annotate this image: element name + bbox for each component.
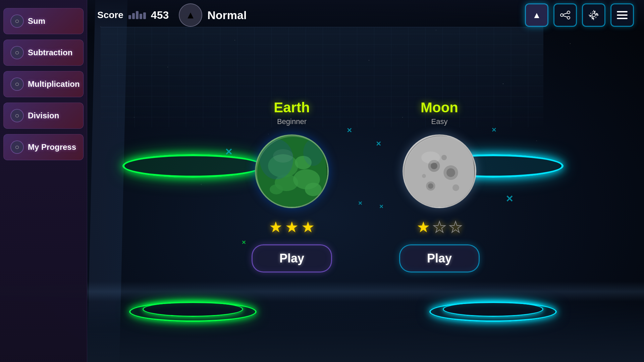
share-button[interactable] <box>553 3 577 27</box>
moon-texture <box>404 136 476 208</box>
moon-star-1: ★ <box>417 218 430 236</box>
share-icon <box>560 10 571 20</box>
earth-card: ✕ ✕ ✕ ✕ Earth Beginner <box>252 100 332 273</box>
header-rocket-icon: ▲ <box>532 10 541 20</box>
sidebar-item-label-subtraction: Subtraction <box>28 48 72 57</box>
subtraction-icon: ○ <box>10 46 24 59</box>
moon-star-2: ★ <box>433 218 446 236</box>
svg-point-6 <box>590 12 597 18</box>
moon-card: ✕ ✕ ✕ ✕ Moon Easy <box>399 100 480 273</box>
earth-name: Earth <box>274 100 310 116</box>
svg-point-1 <box>560 14 563 16</box>
menu-button[interactable] <box>610 3 634 27</box>
moon-globe <box>402 134 476 208</box>
svg-rect-7 <box>617 11 628 12</box>
sidebar-item-label-division: Division <box>28 111 59 120</box>
score-section: Score 453 <box>97 9 169 21</box>
progress-icon: ○ <box>10 140 24 154</box>
sidebar-item-division[interactable]: ○ Division <box>3 103 84 129</box>
settings-button[interactable] <box>582 3 605 27</box>
sidebar: ○ Sum ○ Subtraction ○ Multiplication ○ D… <box>0 0 87 362</box>
x-mark-moon-2: ✕ <box>491 126 496 134</box>
x-mark-earth-4: ✕ <box>241 239 246 246</box>
x-mark-moon-1: ✕ <box>376 140 381 148</box>
score-bar-2 <box>132 13 135 19</box>
score-bar-1 <box>128 15 131 19</box>
score-value: 453 <box>151 9 169 21</box>
menu-icon <box>617 10 628 20</box>
svg-point-32 <box>405 136 476 208</box>
mode-label: Normal <box>207 9 247 22</box>
earth-star-1: ★ <box>269 218 282 236</box>
svg-point-20 <box>273 149 293 163</box>
earth-stars: ★ ★ ★ <box>269 218 315 236</box>
x-mark-moon-4: ✕ <box>379 203 383 210</box>
earth-texture <box>256 136 329 208</box>
mode-section: ▲ Normal <box>179 3 525 27</box>
earth-star-2: ★ <box>285 218 299 236</box>
gear-icon <box>588 9 599 21</box>
svg-line-4 <box>563 16 567 17</box>
svg-point-0 <box>567 11 570 14</box>
sidebar-item-sum[interactable]: ○ Sum <box>3 8 84 34</box>
earth-play-button[interactable]: Play <box>252 244 332 273</box>
moon-stars: ★ ★ ★ <box>417 218 462 236</box>
earth-difficulty: Beginner <box>277 117 307 126</box>
sidebar-item-multiplication[interactable]: ○ Multiplication <box>3 71 84 97</box>
moon-star-3: ★ <box>449 218 462 236</box>
division-icon: ○ <box>10 109 24 122</box>
moon-play-button[interactable]: Play <box>399 244 480 273</box>
earth-globe <box>255 134 329 208</box>
svg-rect-8 <box>617 14 628 16</box>
svg-rect-9 <box>617 18 628 19</box>
sum-icon: ○ <box>10 14 24 28</box>
x-mark-earth-2: ✕ <box>346 126 352 134</box>
earth-star-3: ★ <box>301 218 315 236</box>
x-mark-moon-3: ✕ <box>505 193 513 204</box>
multiplication-icon: ○ <box>10 77 24 91</box>
svg-line-3 <box>563 13 567 14</box>
score-bar-3 <box>136 11 139 19</box>
x-mark-earth-3: ✕ <box>358 200 362 206</box>
score-bar-5 <box>143 12 146 19</box>
header: Score 453 ▲ Normal ▲ <box>87 0 644 30</box>
main-content: ✕ ✕ ✕ ✕ Earth Beginner <box>87 30 644 362</box>
header-rocket-button[interactable]: ▲ <box>525 3 548 27</box>
x-mark-earth-1: ✕ <box>225 146 232 158</box>
sidebar-item-label-progress: My Progress <box>28 142 76 152</box>
svg-point-19 <box>303 139 323 166</box>
svg-point-5 <box>592 13 595 17</box>
sidebar-item-my-progress[interactable]: ○ My Progress <box>3 134 84 160</box>
score-bar-4 <box>140 14 142 19</box>
sidebar-item-label-sum: Sum <box>28 16 45 26</box>
header-buttons: ▲ <box>525 3 634 27</box>
score-bars <box>128 11 146 19</box>
rocket-icon: ▲ <box>185 9 196 21</box>
sidebar-item-label-multiplication: Multiplication <box>28 79 80 89</box>
rocket-icon-container: ▲ <box>179 3 202 27</box>
score-label: Score <box>97 10 123 20</box>
svg-point-2 <box>567 16 570 19</box>
sidebar-item-subtraction[interactable]: ○ Subtraction <box>3 40 84 66</box>
moon-difficulty: Easy <box>431 117 448 126</box>
moon-name: Moon <box>421 100 458 116</box>
